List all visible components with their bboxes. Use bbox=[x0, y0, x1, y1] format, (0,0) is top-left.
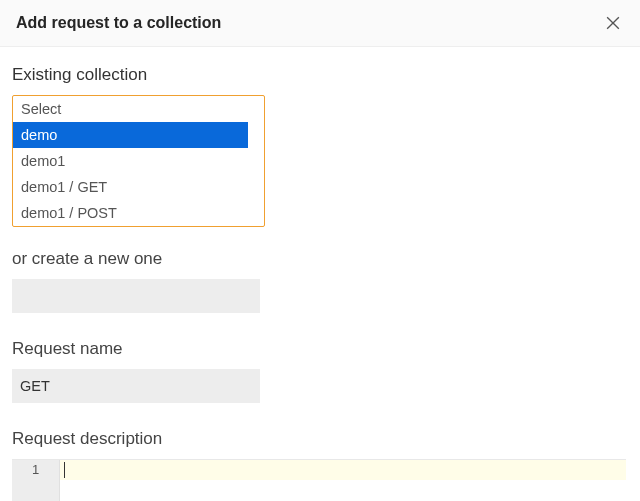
request-name-label: Request name bbox=[12, 339, 628, 359]
select-option[interactable]: Select bbox=[13, 96, 264, 122]
select-option[interactable]: demo1 bbox=[13, 148, 264, 174]
dialog-header: Add request to a collection bbox=[0, 0, 640, 47]
dialog-content: Existing collection Select demo demo1 de… bbox=[0, 47, 640, 501]
editor-cursor bbox=[64, 462, 65, 478]
existing-collection-select[interactable]: Select demo demo1 demo1 / GET demo1 / PO… bbox=[12, 95, 265, 227]
editor-body[interactable] bbox=[60, 460, 626, 501]
request-name-input[interactable] bbox=[12, 369, 260, 403]
dialog-title: Add request to a collection bbox=[16, 14, 221, 32]
existing-collection-label: Existing collection bbox=[12, 65, 628, 85]
create-new-label: or create a new one bbox=[12, 249, 628, 269]
select-option[interactable]: demo1 / GET bbox=[13, 174, 264, 200]
line-number: 1 bbox=[12, 462, 59, 477]
request-description-editor[interactable]: 1 bbox=[12, 459, 626, 501]
editor-gutter: 1 bbox=[12, 460, 60, 501]
editor-active-line bbox=[60, 460, 626, 480]
close-icon[interactable] bbox=[602, 12, 624, 34]
select-option[interactable]: demo bbox=[13, 122, 248, 148]
select-option[interactable]: demo1 / POST bbox=[13, 200, 264, 226]
request-description-label: Request description bbox=[12, 429, 628, 449]
create-new-input[interactable] bbox=[12, 279, 260, 313]
